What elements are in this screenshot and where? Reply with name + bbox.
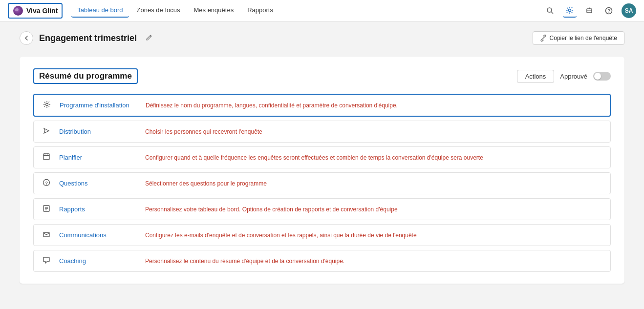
distribution-desc: Choisir les personnes qui recevront l'en… [145, 128, 602, 135]
menu-item-coaching[interactable]: Coaching Personnalisez le contenu du rés… [33, 250, 611, 272]
svg-point-4 [569, 9, 571, 11]
coaching-name: Coaching [59, 257, 137, 265]
programme-installation-desc: Définissez le nom du programme, langues,… [146, 102, 602, 109]
notifications-button[interactable] [582, 4, 596, 18]
coaching-desc: Personnalisez le contenu du résumé d'équ… [145, 258, 602, 265]
copy-link-label: Copier le lien de l'enquête [550, 35, 617, 41]
page-title: Engagement trimestriel [39, 33, 137, 43]
toggle-track [593, 72, 611, 81]
page-body: Engagement trimestriel Copier le lien de… [0, 21, 644, 309]
questions-desc: Sélectionner des questions pour le progr… [145, 180, 602, 187]
logo-icon [13, 5, 23, 16]
coaching-icon [42, 256, 51, 266]
questions-name: Questions [59, 180, 137, 187]
card-title: Résumé du programme [33, 68, 138, 84]
help-button[interactable]: ? [602, 4, 616, 18]
rapports-icon [42, 205, 51, 214]
svg-point-2 [547, 8, 552, 12]
svg-text:?: ? [608, 8, 611, 14]
toggle-thumb [594, 73, 601, 80]
svg-point-11 [46, 103, 48, 106]
top-navigation: Viva Glint Tableau de bord Zones de focu… [0, 0, 644, 21]
settings-menu-icon [42, 101, 52, 110]
programme-installation-name: Programme d'installation [60, 102, 138, 109]
page-header: Engagement trimestriel Copier le lien de… [20, 31, 624, 45]
menu-item-distribution[interactable]: Distribution Choisir les personnes qui r… [33, 121, 611, 143]
nav-right-actions: ? SA [543, 3, 636, 18]
link-icon [540, 35, 547, 41]
user-avatar[interactable]: SA [622, 3, 636, 18]
brand-name: Viva Glint [26, 7, 58, 15]
settings-icon [566, 6, 574, 14]
approved-toggle[interactable] [593, 72, 611, 81]
svg-marker-12 [44, 128, 49, 133]
card-header: Résumé du programme Actions Approuvé [33, 68, 611, 84]
search-icon [546, 7, 554, 15]
edit-icon[interactable] [146, 34, 152, 42]
brand-logo[interactable]: Viva Glint [8, 3, 63, 19]
menu-item-planifier[interactable]: Planifier Configurer quand et à quelle f… [33, 146, 611, 168]
planifier-icon [42, 153, 51, 162]
nav-enquetes[interactable]: Mes enquêtes [188, 3, 239, 18]
nav-links: Tableau de bord Zones de focus Mes enquê… [71, 3, 543, 18]
communications-name: Communications [59, 231, 137, 239]
questions-icon: ? [42, 179, 51, 188]
svg-point-0 [13, 6, 23, 16]
planifier-desc: Configurer quand et à quelle fréquence l… [145, 154, 602, 161]
back-button[interactable] [20, 31, 33, 45]
svg-rect-13 [43, 154, 49, 160]
menu-list: Programme d'installation Définissez le n… [33, 94, 611, 272]
nav-rapports[interactable]: Rapports [241, 3, 279, 18]
menu-item-programme-installation[interactable]: Programme d'installation Définissez le n… [33, 94, 611, 117]
communications-icon [42, 230, 51, 240]
rapports-desc: Personnalisez votre tableau de bord. Opt… [145, 206, 602, 213]
planifier-name: Planifier [59, 154, 137, 161]
actions-button[interactable]: Actions [517, 70, 555, 83]
help-icon: ? [605, 7, 613, 15]
back-icon [23, 35, 29, 41]
rapports-name: Rapports [59, 206, 137, 213]
notifications-icon [585, 7, 593, 15]
approved-label: Approuvé [560, 73, 587, 80]
copy-link-button[interactable]: Copier le lien de l'enquête [533, 31, 624, 45]
nav-tableau[interactable]: Tableau de bord [71, 3, 129, 18]
menu-item-rapports[interactable]: Rapports Personnalisez votre tableau de … [33, 198, 611, 220]
page-header-left: Engagement trimestriel [20, 31, 152, 45]
card-header-actions: Actions Approuvé [517, 70, 611, 83]
distribution-name: Distribution [59, 128, 137, 135]
nav-zones[interactable]: Zones de focus [131, 3, 186, 18]
pencil-icon [146, 34, 152, 41]
search-button[interactable] [543, 4, 557, 18]
menu-item-communications[interactable]: Communications Configurez les e-mails d'… [33, 224, 611, 246]
program-summary-card: Résumé du programme Actions Approuvé [20, 57, 624, 284]
svg-line-3 [551, 12, 553, 14]
svg-text:?: ? [45, 181, 48, 185]
settings-button[interactable] [563, 4, 577, 18]
communications-desc: Configurez les e-mails d'enquête et de c… [145, 232, 602, 239]
svg-rect-5 [587, 9, 592, 13]
menu-item-questions[interactable]: ? Questions Sélectionner des questions p… [33, 172, 611, 194]
distribution-icon [42, 127, 51, 136]
